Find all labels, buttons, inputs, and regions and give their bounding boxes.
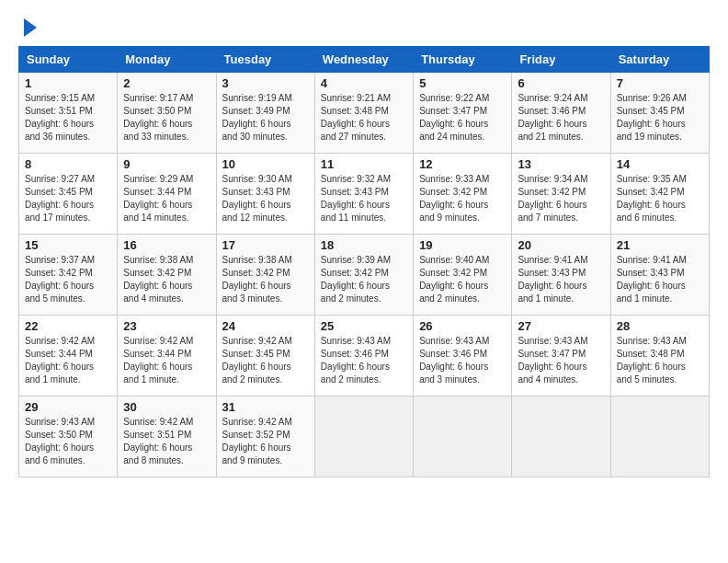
day-info: Sunrise: 9:40 AM Sunset: 3:42 PM Dayligh…: [419, 254, 506, 305]
day-number: 30: [123, 400, 210, 414]
day-number: 14: [617, 157, 703, 171]
day-info: Sunrise: 9:26 AM Sunset: 3:45 PM Dayligh…: [617, 92, 703, 144]
calendar-cell: 7 Sunrise: 9:26 AM Sunset: 3:45 PM Dayli…: [610, 73, 709, 154]
calendar-cell: 17 Sunrise: 9:38 AM Sunset: 3:42 PM Dayl…: [216, 235, 314, 316]
day-number: 15: [25, 238, 111, 252]
calendar-cell: 2 Sunrise: 9:17 AM Sunset: 3:50 PM Dayli…: [118, 73, 216, 154]
day-number: 31: [222, 400, 309, 414]
day-info: Sunrise: 9:19 AM Sunset: 3:49 PM Dayligh…: [222, 92, 309, 144]
day-info: Sunrise: 9:21 AM Sunset: 3:48 PM Dayligh…: [321, 92, 407, 144]
day-info: Sunrise: 9:42 AM Sunset: 3:52 PM Dayligh…: [222, 416, 309, 467]
calendar-cell: 16 Sunrise: 9:38 AM Sunset: 3:42 PM Dayl…: [118, 235, 216, 316]
day-number: 27: [518, 319, 604, 333]
day-info: Sunrise: 9:43 AM Sunset: 3:46 PM Dayligh…: [321, 335, 407, 386]
day-number: 23: [123, 319, 210, 333]
calendar-cell: 9 Sunrise: 9:29 AM Sunset: 3:44 PM Dayli…: [118, 154, 216, 235]
calendar-cell: 15 Sunrise: 9:37 AM Sunset: 3:42 PM Dayl…: [19, 235, 118, 316]
calendar-cell: 30 Sunrise: 9:42 AM Sunset: 3:51 PM Dayl…: [118, 396, 216, 477]
day-number: 24: [222, 319, 309, 333]
day-number: 22: [25, 319, 111, 333]
day-number: 4: [321, 76, 407, 90]
day-number: 3: [222, 76, 309, 90]
day-info: Sunrise: 9:29 AM Sunset: 3:44 PM Dayligh…: [123, 173, 210, 224]
day-number: 9: [123, 157, 210, 171]
calendar-cell: 8 Sunrise: 9:27 AM Sunset: 3:45 PM Dayli…: [19, 154, 118, 235]
weekday-header-monday: Monday: [118, 47, 216, 73]
calendar-cell: 3 Sunrise: 9:19 AM Sunset: 3:49 PM Dayli…: [216, 73, 314, 154]
calendar-cell: 13 Sunrise: 9:34 AM Sunset: 3:42 PM Dayl…: [512, 154, 610, 235]
calendar-cell: 26 Sunrise: 9:43 AM Sunset: 3:46 PM Dayl…: [414, 316, 512, 396]
day-info: Sunrise: 9:43 AM Sunset: 3:46 PM Dayligh…: [419, 335, 506, 386]
day-number: 5: [419, 76, 506, 90]
day-number: 28: [617, 319, 703, 333]
calendar-cell: [512, 396, 610, 477]
day-info: Sunrise: 9:35 AM Sunset: 3:42 PM Dayligh…: [617, 173, 703, 224]
day-info: Sunrise: 9:42 AM Sunset: 3:51 PM Dayligh…: [123, 416, 210, 467]
day-info: Sunrise: 9:42 AM Sunset: 3:44 PM Dayligh…: [123, 335, 210, 386]
calendar-cell: 14 Sunrise: 9:35 AM Sunset: 3:42 PM Dayl…: [610, 154, 709, 235]
day-info: Sunrise: 9:43 AM Sunset: 3:48 PM Dayligh…: [617, 335, 703, 386]
calendar-cell: 29 Sunrise: 9:43 AM Sunset: 3:50 PM Dayl…: [19, 396, 118, 477]
week-row-2: 8 Sunrise: 9:27 AM Sunset: 3:45 PM Dayli…: [19, 154, 710, 235]
weekday-header-row: SundayMondayTuesdayWednesdayThursdayFrid…: [19, 47, 710, 73]
day-info: Sunrise: 9:43 AM Sunset: 3:50 PM Dayligh…: [25, 416, 111, 467]
day-info: Sunrise: 9:41 AM Sunset: 3:43 PM Dayligh…: [617, 254, 703, 305]
calendar-cell: 10 Sunrise: 9:30 AM Sunset: 3:43 PM Dayl…: [216, 154, 314, 235]
day-info: Sunrise: 9:30 AM Sunset: 3:43 PM Dayligh…: [222, 173, 309, 224]
weekday-header-wednesday: Wednesday: [314, 47, 413, 73]
day-info: Sunrise: 9:33 AM Sunset: 3:42 PM Dayligh…: [419, 173, 506, 224]
calendar-cell: 20 Sunrise: 9:41 AM Sunset: 3:43 PM Dayl…: [512, 235, 610, 316]
day-info: Sunrise: 9:22 AM Sunset: 3:47 PM Dayligh…: [419, 92, 506, 144]
weekday-header-sunday: Sunday: [19, 47, 118, 73]
day-info: Sunrise: 9:27 AM Sunset: 3:45 PM Dayligh…: [25, 173, 111, 224]
day-number: 29: [25, 400, 111, 414]
calendar-cell: 21 Sunrise: 9:41 AM Sunset: 3:43 PM Dayl…: [610, 235, 709, 316]
calendar-cell: [610, 396, 709, 477]
week-row-3: 15 Sunrise: 9:37 AM Sunset: 3:42 PM Dayl…: [19, 235, 710, 316]
day-number: 26: [419, 319, 506, 333]
calendar-cell: 1 Sunrise: 9:15 AM Sunset: 3:51 PM Dayli…: [19, 73, 118, 154]
day-info: Sunrise: 9:38 AM Sunset: 3:42 PM Dayligh…: [123, 254, 210, 305]
day-number: 7: [617, 76, 703, 90]
calendar-cell: 18 Sunrise: 9:39 AM Sunset: 3:42 PM Dayl…: [314, 235, 413, 316]
calendar-cell: 25 Sunrise: 9:43 AM Sunset: 3:46 PM Dayl…: [314, 316, 413, 396]
day-info: Sunrise: 9:42 AM Sunset: 3:45 PM Dayligh…: [222, 335, 309, 386]
calendar-cell: 11 Sunrise: 9:32 AM Sunset: 3:43 PM Dayl…: [314, 154, 413, 235]
calendar-cell: 22 Sunrise: 9:42 AM Sunset: 3:44 PM Dayl…: [19, 316, 118, 396]
calendar-cell: 28 Sunrise: 9:43 AM Sunset: 3:48 PM Dayl…: [610, 316, 709, 396]
calendar-cell: 4 Sunrise: 9:21 AM Sunset: 3:48 PM Dayli…: [314, 73, 413, 154]
calendar-cell: 5 Sunrise: 9:22 AM Sunset: 3:47 PM Dayli…: [414, 73, 512, 154]
day-info: Sunrise: 9:39 AM Sunset: 3:42 PM Dayligh…: [321, 254, 407, 305]
week-row-5: 29 Sunrise: 9:43 AM Sunset: 3:50 PM Dayl…: [19, 396, 710, 477]
weekday-header-friday: Friday: [512, 47, 610, 73]
day-info: Sunrise: 9:15 AM Sunset: 3:51 PM Dayligh…: [25, 92, 111, 144]
day-number: 10: [222, 157, 309, 171]
day-number: 2: [123, 76, 210, 90]
day-number: 1: [25, 76, 111, 90]
day-info: Sunrise: 9:42 AM Sunset: 3:44 PM Dayligh…: [25, 335, 111, 386]
calendar-cell: 31 Sunrise: 9:42 AM Sunset: 3:52 PM Dayl…: [216, 396, 314, 477]
day-info: Sunrise: 9:38 AM Sunset: 3:42 PM Dayligh…: [222, 254, 309, 305]
calendar-cell: 27 Sunrise: 9:43 AM Sunset: 3:47 PM Dayl…: [512, 316, 610, 396]
calendar-cell: 12 Sunrise: 9:33 AM Sunset: 3:42 PM Dayl…: [414, 154, 512, 235]
logo: [18, 18, 37, 37]
day-number: 21: [617, 238, 703, 252]
day-info: Sunrise: 9:34 AM Sunset: 3:42 PM Dayligh…: [518, 173, 604, 224]
weekday-header-tuesday: Tuesday: [216, 47, 314, 73]
logo-triangle-icon: [24, 18, 37, 37]
calendar-cell: 19 Sunrise: 9:40 AM Sunset: 3:42 PM Dayl…: [414, 235, 512, 316]
week-row-1: 1 Sunrise: 9:15 AM Sunset: 3:51 PM Dayli…: [19, 73, 710, 154]
day-number: 20: [518, 238, 604, 252]
day-number: 19: [419, 238, 506, 252]
week-row-4: 22 Sunrise: 9:42 AM Sunset: 3:44 PM Dayl…: [19, 316, 710, 396]
day-number: 11: [321, 157, 407, 171]
day-number: 12: [419, 157, 506, 171]
day-number: 8: [25, 157, 111, 171]
day-info: Sunrise: 9:37 AM Sunset: 3:42 PM Dayligh…: [25, 254, 111, 305]
day-info: Sunrise: 9:24 AM Sunset: 3:46 PM Dayligh…: [518, 92, 604, 144]
day-number: 16: [123, 238, 210, 252]
calendar-cell: 6 Sunrise: 9:24 AM Sunset: 3:46 PM Dayli…: [512, 73, 610, 154]
calendar-cell: [414, 396, 512, 477]
day-number: 25: [321, 319, 407, 333]
weekday-header-saturday: Saturday: [610, 47, 709, 73]
